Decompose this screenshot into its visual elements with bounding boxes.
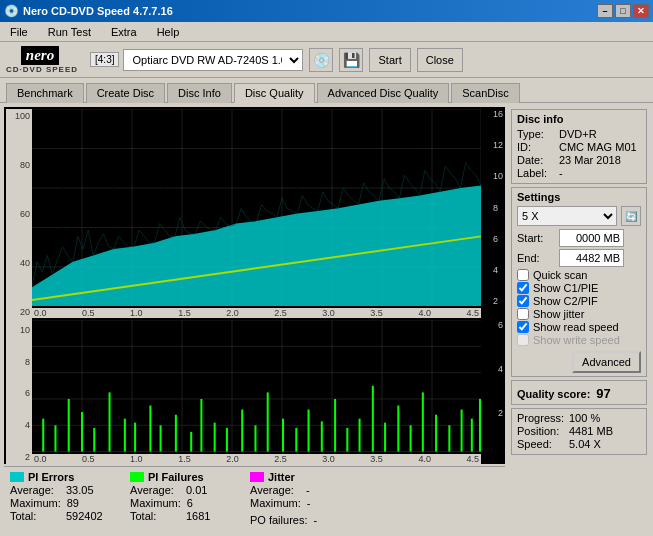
show-jitter-checkbox[interactable] (517, 308, 529, 320)
pi-errors-label: PI Errors (28, 471, 74, 483)
svg-rect-62 (346, 428, 348, 452)
menu-run-test[interactable]: Run Test (42, 24, 97, 40)
nero-logo: nero (21, 46, 59, 65)
tab-scandisc[interactable]: ScanDisc (451, 83, 519, 103)
svg-rect-72 (471, 419, 473, 452)
close-button[interactable]: Close (417, 48, 463, 72)
jitter-max-value: - (307, 497, 311, 509)
save-button[interactable]: 💾 (339, 48, 363, 72)
x-label-b-35: 3.5 (370, 454, 383, 464)
show-write-speed-label: Show write speed (533, 334, 620, 346)
x-label-45: 4.5 (466, 308, 479, 318)
progress-value: 100 % (569, 412, 600, 424)
svg-rect-52 (214, 423, 216, 452)
x-label-b-0: 0.0 (34, 454, 47, 464)
right-panel: Disc info Type: DVD+R ID: CMC MAG M01 Da… (509, 107, 649, 528)
main-content: 100 80 60 40 20 10 8 6 4 2 (0, 102, 653, 532)
speed-value: 5.04 X (569, 438, 601, 450)
maximize-button[interactable]: □ (615, 4, 631, 18)
y-right-lower-2: 2 (498, 408, 503, 418)
svg-rect-51 (200, 399, 202, 452)
y-right-4: 4 (493, 265, 503, 275)
y-right-10: 10 (493, 171, 503, 181)
svg-rect-68 (422, 393, 424, 452)
pi-failures-avg-value: 0.01 (186, 484, 207, 496)
refresh-icon[interactable]: 🔄 (621, 206, 641, 226)
lower-chart: 6 4 2 (32, 320, 481, 452)
svg-rect-69 (435, 415, 437, 452)
minimize-button[interactable]: – (597, 4, 613, 18)
date-label: Date: (517, 154, 555, 166)
x-label-b-3: 3.0 (322, 454, 335, 464)
svg-rect-64 (372, 386, 374, 452)
y-lower-6: 6 (25, 388, 30, 398)
x-label-b-1: 1.0 (130, 454, 143, 464)
show-write-speed-checkbox (517, 334, 529, 346)
toolbar: nero CD·DVD SPEED [4:3] Optiarc DVD RW A… (0, 42, 653, 78)
upper-chart-svg (32, 109, 481, 306)
end-field[interactable] (559, 249, 624, 267)
show-c1-pie-label: Show C1/PIE (533, 282, 598, 294)
pi-errors-total-value: 592402 (66, 510, 103, 522)
show-c2-pif-label: Show C2/PIF (533, 295, 598, 307)
y-right-lower-6: 6 (498, 320, 503, 330)
close-window-button[interactable]: ✕ (633, 4, 649, 18)
menu-extra[interactable]: Extra (105, 24, 143, 40)
drive-select[interactable]: Optiarc DVD RW AD-7240S 1.04 (123, 49, 303, 71)
y-label-80: 80 (20, 160, 30, 170)
end-field-label: End: (517, 252, 555, 264)
menu-help[interactable]: Help (151, 24, 186, 40)
show-c2-pif-checkbox[interactable] (517, 295, 529, 307)
svg-rect-46 (134, 423, 136, 452)
disc-info-panel: Disc info Type: DVD+R ID: CMC MAG M01 Da… (511, 109, 647, 184)
tab-advanced-disc-quality[interactable]: Advanced Disc Quality (317, 83, 450, 103)
jitter-color (250, 472, 264, 482)
menu-file[interactable]: File (4, 24, 34, 40)
pi-failures-total-value: 1681 (186, 510, 210, 522)
svg-rect-57 (282, 419, 284, 452)
tab-disc-quality[interactable]: Disc Quality (234, 83, 315, 103)
svg-rect-40 (54, 426, 56, 452)
show-c1-pie-checkbox[interactable] (517, 282, 529, 294)
y-lower-8: 8 (25, 357, 30, 367)
x-label-b-45: 4.5 (466, 454, 479, 464)
position-value: 4481 MB (569, 425, 613, 437)
start-field[interactable] (559, 229, 624, 247)
settings-panel: Settings 5 X 🔄 Start: End: Quick scan (511, 187, 647, 377)
aspect-ratio-badge: [4:3] (90, 52, 119, 67)
legend-pi-failures: PI Failures Average: 0.01 Maximum: 6 Tot… (130, 471, 230, 526)
type-value: DVD+R (559, 128, 597, 140)
label-label: Label: (517, 167, 555, 179)
app-icon: 💿 (4, 4, 19, 18)
svg-rect-50 (190, 432, 192, 452)
po-failures-value: - (313, 514, 317, 526)
advanced-button[interactable]: Advanced (572, 351, 641, 373)
speed-select[interactable]: 5 X (517, 206, 617, 226)
svg-rect-41 (68, 399, 70, 452)
tab-benchmark[interactable]: Benchmark (6, 83, 84, 103)
show-jitter-label: Show jitter (533, 308, 584, 320)
disc-info-title: Disc info (517, 113, 641, 125)
show-read-speed-checkbox[interactable] (517, 321, 529, 333)
svg-rect-44 (109, 393, 111, 452)
start-button[interactable]: Start (369, 48, 410, 72)
label-value: - (559, 167, 563, 179)
id-value: CMC MAG M01 (559, 141, 637, 153)
svg-rect-45 (124, 419, 126, 452)
upper-chart: 16 12 10 8 6 4 2 (32, 109, 481, 306)
y-right-12: 12 (493, 140, 503, 150)
svg-rect-67 (410, 426, 412, 452)
tab-create-disc[interactable]: Create Disc (86, 83, 165, 103)
tab-disc-info[interactable]: Disc Info (167, 83, 232, 103)
jitter-avg-label: Average: (250, 484, 300, 496)
y-lower-2: 2 (25, 452, 30, 462)
x-label-05: 0.5 (82, 308, 95, 318)
pi-errors-avg-label: Average: (10, 484, 60, 496)
x-label-25: 2.5 (274, 308, 287, 318)
svg-rect-49 (175, 415, 177, 452)
y-right-8: 8 (493, 203, 503, 213)
disc-icon-button[interactable]: 💿 (309, 48, 333, 72)
menu-bar: File Run Test Extra Help (0, 22, 653, 42)
svg-rect-53 (226, 428, 228, 452)
quick-scan-checkbox[interactable] (517, 269, 529, 281)
